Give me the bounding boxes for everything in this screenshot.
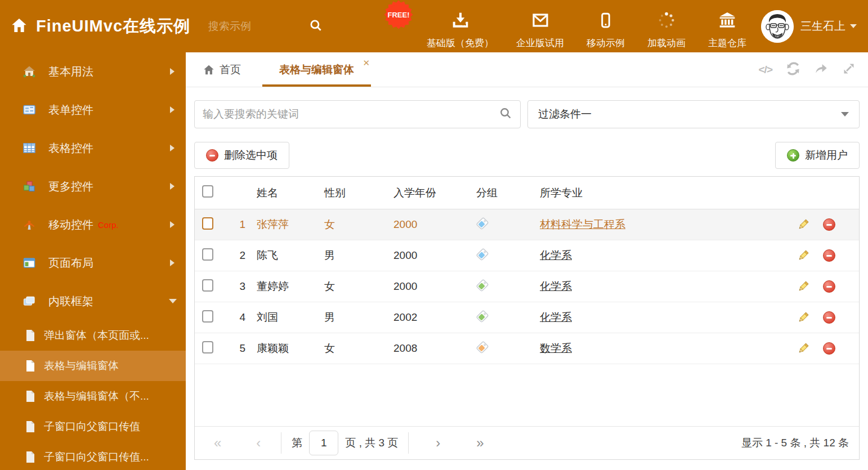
major-link[interactable]: 材料科学与工程系 <box>540 218 625 230</box>
chevron-down-icon <box>169 299 177 303</box>
nav-mobile-demo[interactable]: 移动示例 <box>587 3 625 50</box>
expand-icon[interactable] <box>842 62 856 78</box>
sidebar-item-mobile-controls[interactable]: 移动控件 Corp. <box>0 205 186 244</box>
row-checkbox[interactable] <box>202 279 213 292</box>
delete-row-icon[interactable] <box>823 280 835 293</box>
filter-dropdown[interactable]: 过滤条件一 <box>527 100 860 128</box>
sidebar-item-label: 基本用法 <box>48 64 93 79</box>
tag-icon <box>476 341 489 353</box>
edit-pencil-icon[interactable] <box>797 218 809 231</box>
edit-pencil-icon[interactable] <box>797 342 809 355</box>
last-page-button[interactable]: » <box>469 436 490 450</box>
tab-home[interactable]: 首页 <box>203 62 241 77</box>
house-icon <box>23 65 36 78</box>
row-number: 4 <box>227 311 249 324</box>
column-header-name[interactable]: 姓名 <box>249 186 316 200</box>
sidebar-item-label: 移动控件 <box>48 217 93 232</box>
data-grid: 姓名 性别 入学年份 分组 所学专业 1 张萍萍 女 2000 材料科学与工程系… <box>194 176 860 460</box>
edit-pencil-icon[interactable] <box>797 249 809 262</box>
sidebar-subitem-grid-edit-window[interactable]: 表格与编辑窗体 <box>0 351 186 381</box>
column-header-year[interactable]: 入学年份 <box>386 186 468 200</box>
sidebar-subitem-grid-edit-window-2[interactable]: 表格与编辑窗体（不... <box>0 381 186 411</box>
download-icon <box>451 11 470 32</box>
tab-grid-edit-window[interactable]: 表格与编辑窗体 ✕ <box>276 52 357 87</box>
row-checkbox[interactable] <box>202 341 213 353</box>
nav-theme-store[interactable]: 主题仓库 <box>708 3 746 50</box>
sidebar-item-page-layout[interactable]: 页面布局 <box>0 244 186 282</box>
sidebar-item-grid-controls[interactable]: 表格控件 <box>0 129 186 167</box>
cell-year: 2008 <box>386 342 468 355</box>
row-number: 2 <box>227 249 249 262</box>
prev-page-button[interactable]: ‹ <box>249 436 267 450</box>
cell-name: 董婷婷 <box>249 279 316 294</box>
nav-enterprise-trial[interactable]: 企业版试用 <box>516 3 564 50</box>
delete-row-icon[interactable] <box>823 311 835 324</box>
page-label-suffix: 页 , 共 3 页 <box>345 436 398 450</box>
table-row[interactable]: 2 陈飞 男 2000 化学系 <box>195 240 859 271</box>
app-header: FineUIMvc在线示例 FREE! <box>0 0 868 52</box>
cell-gender: 女 <box>316 279 386 294</box>
header-nav: FREE! 基础版（免费） 企业版试用 <box>427 3 746 50</box>
layout-icon <box>23 256 36 270</box>
share-icon[interactable] <box>814 61 829 78</box>
svg-text:FREE!: FREE! <box>388 11 410 19</box>
cell-name: 刘国 <box>249 310 316 325</box>
column-header-group[interactable]: 分组 <box>468 186 532 200</box>
sidebar-item-basic-usage[interactable]: 基本用法 <box>0 52 186 91</box>
refresh-icon[interactable] <box>786 61 800 78</box>
nav-loading-animations[interactable]: 加载动画 <box>647 3 686 50</box>
page-number-input[interactable] <box>309 431 338 455</box>
grid-toolbar: 删除选中项 新增用户 <box>194 142 860 169</box>
filter-row: 过滤条件一 <box>194 100 860 128</box>
search-icon[interactable] <box>499 106 512 122</box>
row-checkbox[interactable] <box>202 248 213 261</box>
edit-pencil-icon[interactable] <box>797 311 809 324</box>
row-checkbox[interactable] <box>202 310 213 323</box>
antenna-icon <box>23 218 36 231</box>
major-link[interactable]: 化学系 <box>540 311 572 323</box>
major-link[interactable]: 化学系 <box>540 249 572 261</box>
delete-row-icon[interactable] <box>823 342 835 355</box>
keyword-search-input[interactable] <box>203 108 499 120</box>
sidebar-item-more-controls[interactable]: 更多控件 <box>0 167 186 205</box>
table-row[interactable]: 5 康颖颖 女 2008 数学系 <box>195 333 859 364</box>
major-link[interactable]: 数学系 <box>540 342 572 354</box>
brand-home-icon[interactable] <box>10 16 28 37</box>
sidebar-subitem-popup-window[interactable]: 弹出窗体（本页面或... <box>0 320 186 351</box>
avatar <box>761 10 794 43</box>
user-menu[interactable]: 三生石上 <box>761 10 857 43</box>
sidebar-subitem-child-to-parent-2[interactable]: 子窗口向父窗口传值... <box>0 442 186 470</box>
table-icon <box>23 141 36 155</box>
sidebar-item-form-controls[interactable]: 表单控件 <box>0 91 186 129</box>
tag-icon <box>476 310 489 323</box>
close-icon[interactable]: ✕ <box>363 58 370 68</box>
header-search-input[interactable] <box>208 20 304 33</box>
delete-row-icon[interactable] <box>823 249 835 262</box>
sidebar-subitem-child-to-parent[interactable]: 子窗口向父窗口传值 <box>0 411 186 442</box>
sidebar-item-label: 表单控件 <box>48 102 93 118</box>
column-header-major[interactable]: 所学专业 <box>532 186 797 200</box>
select-all-checkbox[interactable] <box>202 185 213 198</box>
source-code-icon[interactable]: </> <box>759 64 772 76</box>
document-icon <box>25 451 36 463</box>
major-link[interactable]: 化学系 <box>540 280 572 292</box>
first-page-button[interactable]: « <box>207 436 228 450</box>
delete-selected-button[interactable]: 删除选中项 <box>194 142 289 169</box>
add-user-button[interactable]: 新增用户 <box>775 142 860 169</box>
tag-icon <box>476 248 489 261</box>
sidebar-item-iframe[interactable]: 内联框架 <box>0 282 186 320</box>
edit-pencil-icon[interactable] <box>797 280 809 293</box>
cell-gender: 女 <box>316 217 386 232</box>
next-page-button[interactable]: › <box>429 436 447 450</box>
pagination-bar: « ‹ 第 页 , 共 3 页 › » 显示 1 - 5 条 , 共 12 条 <box>195 426 859 459</box>
free-badge: FREE! <box>383 0 414 33</box>
table-row[interactable]: 3 董婷婷 女 2000 化学系 <box>195 271 859 302</box>
row-checkbox[interactable] <box>202 217 213 230</box>
table-row[interactable]: 1 张萍萍 女 2000 材料科学与工程系 <box>195 209 859 240</box>
delete-row-icon[interactable] <box>823 218 835 231</box>
header-search-icon[interactable] <box>308 18 323 35</box>
tab-active-label: 表格与编辑窗体 <box>279 62 354 77</box>
table-row[interactable]: 4 刘国 男 2002 化学系 <box>195 302 859 333</box>
column-header-gender[interactable]: 性别 <box>316 186 386 200</box>
nav-basic-free[interactable]: 基础版（免费） <box>427 3 494 50</box>
